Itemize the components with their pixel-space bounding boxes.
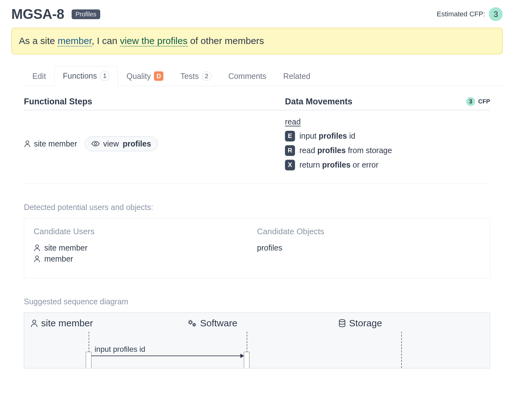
- tab-comments-label: Comments: [228, 72, 266, 81]
- dm-r-pre: read: [299, 146, 317, 155]
- seq-lane-user: site member: [30, 318, 188, 329]
- sequence-diagram: site member Software: [24, 312, 490, 368]
- dm-row-entry: E input profiles id: [285, 131, 490, 141]
- svg-point-5: [189, 321, 192, 323]
- seq-lane-software-label: Software: [200, 318, 237, 329]
- functions-panel: Functional Steps Data Movements 3 CFP si…: [24, 97, 490, 368]
- tab-related[interactable]: Related: [275, 66, 319, 86]
- sequence-label: Suggested sequence diagram: [24, 297, 490, 306]
- story-user-term[interactable]: member: [57, 36, 91, 47]
- candidate-object-item: profiles: [257, 243, 480, 252]
- candidate-user-label: site member: [44, 243, 88, 252]
- candidate-user-label: member: [44, 254, 73, 263]
- tab-tests[interactable]: Tests 2: [172, 66, 220, 86]
- fn-cfp-value: 3: [466, 97, 475, 106]
- seq-lane-user-label: site member: [41, 318, 93, 329]
- database-icon: [338, 319, 346, 327]
- dm-badge-e: E: [285, 131, 295, 141]
- header-row: MGSA-8 Profiles Estimated CFP: 3: [11, 6, 503, 22]
- story-suffix: of other members: [188, 36, 264, 46]
- user-icon: [30, 319, 38, 327]
- tab-related-label: Related: [283, 72, 310, 81]
- dm-r-bold: profiles: [317, 146, 346, 155]
- story-prefix: As a site: [19, 36, 57, 46]
- quality-grade-badge: D: [154, 71, 163, 81]
- seq-lane-storage-label: Storage: [349, 318, 382, 329]
- cfp-label: Estimated CFP:: [437, 10, 485, 18]
- dm-badge-r: R: [285, 145, 295, 156]
- tab-edit[interactable]: Edit: [24, 66, 54, 86]
- dm-r-post: from storage: [346, 146, 392, 155]
- dm-e-bold: profiles: [319, 131, 347, 140]
- story-mid: , I can: [92, 36, 120, 46]
- seq-message-1: input profiles id: [95, 345, 145, 354]
- svg-point-0: [26, 141, 29, 144]
- tab-tests-label: Tests: [180, 72, 199, 81]
- profiles-tag[interactable]: Profiles: [72, 9, 100, 19]
- fn-action-verb: view: [103, 139, 119, 148]
- dm-badge-x: X: [285, 160, 295, 170]
- fn-action-object: profiles: [123, 139, 151, 148]
- cfp-value-badge: 3: [489, 7, 503, 21]
- svg-point-2: [36, 245, 38, 248]
- dm-title[interactable]: read: [285, 117, 490, 126]
- fn-action-chip[interactable]: view profiles: [85, 136, 158, 151]
- data-movements-heading: Data Movements: [285, 97, 466, 107]
- candidate-objects-col: Candidate Objects profiles: [257, 227, 480, 265]
- detected-box: Candidate Users site member member Candi…: [24, 218, 490, 278]
- tab-row: Edit Functions 1 Quality D Tests 2 Comme…: [24, 66, 503, 86]
- user-icon: [34, 244, 41, 251]
- seq-arrow-1: [91, 356, 244, 356]
- fn-header: Functional Steps Data Movements 3 CFP: [24, 97, 490, 110]
- user-story-box: As a site member, I can view the profile…: [11, 28, 503, 54]
- fn-user-label: site member: [34, 139, 77, 148]
- fn-cfp-unit: CFP: [478, 98, 490, 105]
- gears-icon: [188, 319, 197, 327]
- fn-cfp-group: 3 CFP: [466, 97, 490, 106]
- fn-body: site member view profiles read E input p…: [24, 110, 490, 184]
- candidate-user-item: site member: [34, 243, 257, 252]
- candidate-objects-heading: Candidate Objects: [257, 227, 480, 236]
- seq-lane-software: Software: [188, 318, 338, 329]
- fn-step-row: site member view profiles: [24, 117, 285, 170]
- lifeline-storage: [401, 332, 402, 368]
- tab-functions-label: Functions: [63, 71, 97, 80]
- dm-e-post: id: [347, 131, 355, 140]
- fn-movements: read E input profiles id R read profiles…: [285, 117, 490, 170]
- eye-icon: [91, 141, 100, 146]
- svg-point-1: [94, 142, 96, 145]
- detected-label: Detected potential users and objects:: [24, 203, 490, 212]
- candidate-object-label: profiles: [257, 243, 282, 252]
- header-right: Estimated CFP: 3: [437, 7, 503, 21]
- dm-e-pre: input: [299, 131, 319, 140]
- tab-comments[interactable]: Comments: [220, 66, 275, 86]
- dm-x-bold: profiles: [322, 160, 350, 169]
- user-icon: [24, 140, 31, 147]
- tab-edit-label: Edit: [32, 72, 46, 81]
- story-object-term[interactable]: view the profiles: [120, 36, 188, 47]
- fn-user-chip: site member: [24, 139, 77, 148]
- dm-row-exit: X return profiles or error: [285, 160, 490, 170]
- svg-point-7: [339, 319, 345, 322]
- svg-point-6: [193, 324, 195, 326]
- dm-x-pre: return: [299, 160, 322, 169]
- functions-count-badge: 1: [100, 71, 109, 81]
- tab-functions[interactable]: Functions 1: [54, 66, 118, 86]
- svg-point-4: [33, 320, 36, 323]
- tab-quality-label: Quality: [126, 72, 151, 81]
- tests-count-badge: 2: [202, 71, 211, 81]
- issue-title: MGSA-8: [11, 6, 64, 22]
- header-left: MGSA-8 Profiles: [11, 6, 100, 22]
- user-icon: [34, 255, 41, 262]
- activation-user: [86, 352, 91, 368]
- dm-row-read: R read profiles from storage: [285, 145, 490, 156]
- candidate-user-item: member: [34, 254, 257, 263]
- sequence-headers: site member Software: [30, 318, 484, 329]
- tab-quality[interactable]: Quality D: [118, 66, 172, 86]
- candidate-users-col: Candidate Users site member member: [34, 227, 257, 265]
- svg-point-3: [36, 256, 38, 259]
- activation-software: [244, 352, 249, 368]
- candidate-users-heading: Candidate Users: [34, 227, 257, 236]
- seq-lane-storage: Storage: [338, 318, 484, 329]
- functional-steps-heading: Functional Steps: [24, 97, 285, 107]
